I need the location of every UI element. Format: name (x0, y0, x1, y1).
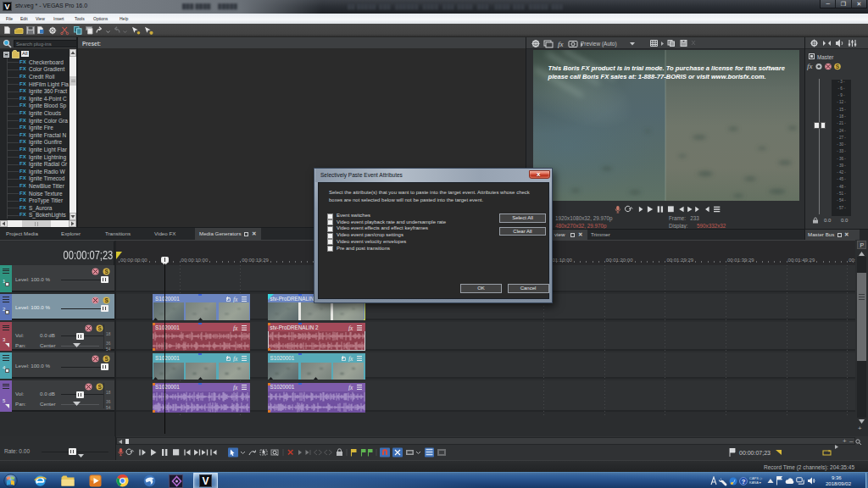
svg-text:fx: fx (558, 40, 564, 48)
svg-text:S: S (97, 325, 102, 331)
svg-text:S: S (97, 384, 102, 390)
svg-text:fx: fx (233, 324, 238, 331)
svg-text:fx: fx (233, 384, 238, 391)
svg-text:?: ? (742, 478, 746, 485)
svg-text:This Boris FX product is in tr: This Boris FX product is in trial mode. … (548, 64, 786, 72)
svg-text:fx: fx (348, 355, 353, 362)
svg-text:fx: fx (233, 296, 238, 302)
svg-text:S: S (104, 269, 108, 274)
svg-text:fx: fx (348, 384, 353, 391)
svg-text:fx: fx (348, 324, 353, 331)
svg-text:S: S (104, 356, 108, 362)
svg-text:please call Boris FX sales at:: please call Boris FX sales at: 1-888-77-… (548, 73, 766, 80)
svg-text:fx: fx (233, 355, 238, 362)
svg-text:S: S (836, 64, 840, 69)
svg-text:S: S (104, 297, 108, 303)
